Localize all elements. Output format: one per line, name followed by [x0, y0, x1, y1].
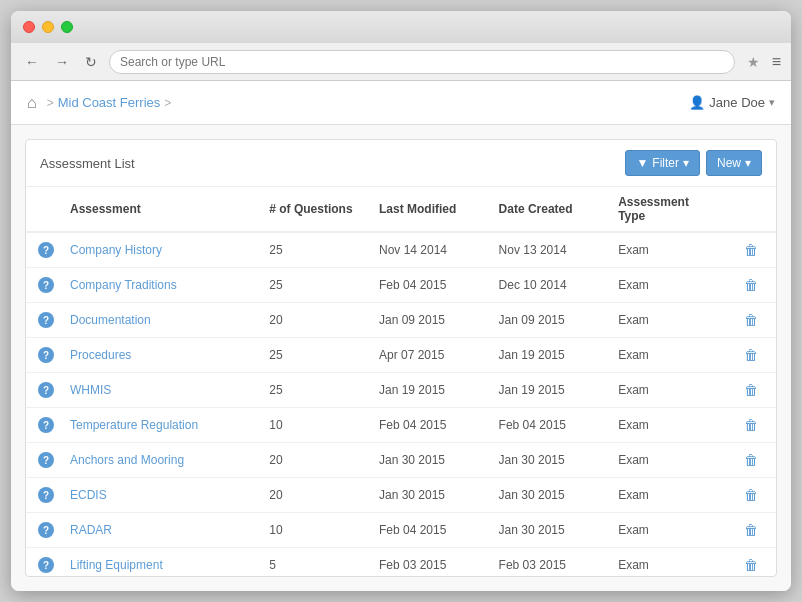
user-icon: 👤	[689, 95, 705, 110]
assessment-table: Assessment # of Questions Last Modified …	[26, 187, 776, 576]
help-icon: ?	[38, 487, 54, 503]
nav-bar: ← → ↻ ★ ≡	[11, 43, 791, 81]
help-icon: ?	[38, 382, 54, 398]
delete-button[interactable]: 🗑	[738, 380, 764, 400]
delete-cell: 🗑	[726, 232, 776, 268]
assessment-type-cell: Exam	[606, 548, 726, 577]
assessment-link[interactable]: Lifting Equipment	[70, 558, 163, 572]
help-icon: ?	[38, 522, 54, 538]
help-icon: ?	[38, 312, 54, 328]
date-created-cell: Jan 09 2015	[487, 303, 607, 338]
table-row: ? WHMIS 25 Jan 19 2015 Jan 19 2015 Exam …	[26, 373, 776, 408]
questions-cell: 10	[257, 513, 367, 548]
delete-button[interactable]: 🗑	[738, 555, 764, 575]
delete-button[interactable]: 🗑	[738, 345, 764, 365]
assessment-type-cell: Exam	[606, 478, 726, 513]
row-help-icon-cell: ?	[26, 303, 58, 338]
row-help-icon-cell: ?	[26, 373, 58, 408]
star-icon: ★	[747, 54, 760, 70]
assessment-link[interactable]: Documentation	[70, 313, 151, 327]
assessment-link[interactable]: RADAR	[70, 523, 112, 537]
delete-button[interactable]: 🗑	[738, 275, 764, 295]
delete-button[interactable]: 🗑	[738, 520, 764, 540]
help-icon: ?	[38, 452, 54, 468]
table-row: ? ECDIS 20 Jan 30 2015 Jan 30 2015 Exam …	[26, 478, 776, 513]
row-help-icon-cell: ?	[26, 478, 58, 513]
table-row: ? Procedures 25 Apr 07 2015 Jan 19 2015 …	[26, 338, 776, 373]
delete-cell: 🗑	[726, 443, 776, 478]
date-created-cell: Feb 04 2015	[487, 408, 607, 443]
filter-label: Filter	[652, 156, 679, 170]
assessment-link[interactable]: Procedures	[70, 348, 131, 362]
date-created-cell: Jan 30 2015	[487, 478, 607, 513]
assessment-type-cell: Exam	[606, 268, 726, 303]
assessment-name-cell: Documentation	[58, 303, 257, 338]
home-icon[interactable]: ⌂	[27, 94, 37, 112]
delete-cell: 🗑	[726, 303, 776, 338]
delete-cell: 🗑	[726, 548, 776, 577]
assessment-type-cell: Exam	[606, 443, 726, 478]
back-button[interactable]: ←	[21, 52, 43, 72]
table-row: ? Temperature Regulation 10 Feb 04 2015 …	[26, 408, 776, 443]
date-created-cell: Feb 03 2015	[487, 548, 607, 577]
assessment-link[interactable]: Anchors and Mooring	[70, 453, 184, 467]
minimize-button[interactable]	[42, 21, 54, 33]
assessment-name-cell: Company Traditions	[58, 268, 257, 303]
questions-cell: 25	[257, 338, 367, 373]
assessment-name-cell: WHMIS	[58, 373, 257, 408]
help-icon: ?	[38, 417, 54, 433]
row-help-icon-cell: ?	[26, 443, 58, 478]
col-modified-header: Last Modified	[367, 187, 487, 232]
new-button[interactable]: New ▾	[706, 150, 762, 176]
delete-button[interactable]: 🗑	[738, 310, 764, 330]
user-area: 👤 Jane Doe ▾	[689, 95, 775, 110]
questions-cell: 20	[257, 443, 367, 478]
help-icon: ?	[38, 557, 54, 573]
forward-button[interactable]: →	[51, 52, 73, 72]
menu-icon[interactable]: ≡	[772, 53, 781, 71]
maximize-button[interactable]	[61, 21, 73, 33]
assessment-type-cell: Exam	[606, 232, 726, 268]
table-row: ? Anchors and Mooring 20 Jan 30 2015 Jan…	[26, 443, 776, 478]
user-name[interactable]: Jane Doe	[709, 95, 765, 110]
last-modified-cell: Feb 04 2015	[367, 268, 487, 303]
filter-button[interactable]: ▼ Filter ▾	[625, 150, 700, 176]
table-row: ? Company Traditions 25 Feb 04 2015 Dec …	[26, 268, 776, 303]
assessment-name-cell: Procedures	[58, 338, 257, 373]
assessment-link[interactable]: ECDIS	[70, 488, 107, 502]
last-modified-cell: Jan 30 2015	[367, 478, 487, 513]
delete-cell: 🗑	[726, 478, 776, 513]
date-created-cell: Dec 10 2014	[487, 268, 607, 303]
assessment-link[interactable]: WHMIS	[70, 383, 111, 397]
help-icon: ?	[38, 347, 54, 363]
delete-button[interactable]: 🗑	[738, 450, 764, 470]
assessment-type-cell: Exam	[606, 338, 726, 373]
questions-cell: 25	[257, 373, 367, 408]
assessment-link[interactable]: Company Traditions	[70, 278, 177, 292]
app-header: ⌂ > Mid Coast Ferries > 👤 Jane Doe ▾	[11, 81, 791, 125]
user-dropdown-caret[interactable]: ▾	[769, 96, 775, 109]
assessment-name-cell: Anchors and Mooring	[58, 443, 257, 478]
assessment-name-cell: ECDIS	[58, 478, 257, 513]
delete-cell: 🗑	[726, 338, 776, 373]
breadcrumb-link[interactable]: Mid Coast Ferries	[58, 95, 161, 110]
close-button[interactable]	[23, 21, 35, 33]
delete-button[interactable]: 🗑	[738, 485, 764, 505]
assessment-type-cell: Exam	[606, 373, 726, 408]
last-modified-cell: Jan 30 2015	[367, 443, 487, 478]
address-input[interactable]	[109, 50, 735, 74]
last-modified-cell: Apr 07 2015	[367, 338, 487, 373]
delete-cell: 🗑	[726, 373, 776, 408]
table-row: ? Lifting Equipment 5 Feb 03 2015 Feb 03…	[26, 548, 776, 577]
col-icon-header	[26, 187, 58, 232]
reload-button[interactable]: ↻	[81, 52, 101, 72]
col-type-header: Assessment Type	[606, 187, 726, 232]
assessment-link[interactable]: Company History	[70, 243, 162, 257]
delete-button[interactable]: 🗑	[738, 240, 764, 260]
col-assessment-header: Assessment	[58, 187, 257, 232]
delete-cell: 🗑	[726, 268, 776, 303]
delete-button[interactable]: 🗑	[738, 415, 764, 435]
assessment-name-cell: Lifting Equipment	[58, 548, 257, 577]
assessment-link[interactable]: Temperature Regulation	[70, 418, 198, 432]
last-modified-cell: Nov 14 2014	[367, 232, 487, 268]
